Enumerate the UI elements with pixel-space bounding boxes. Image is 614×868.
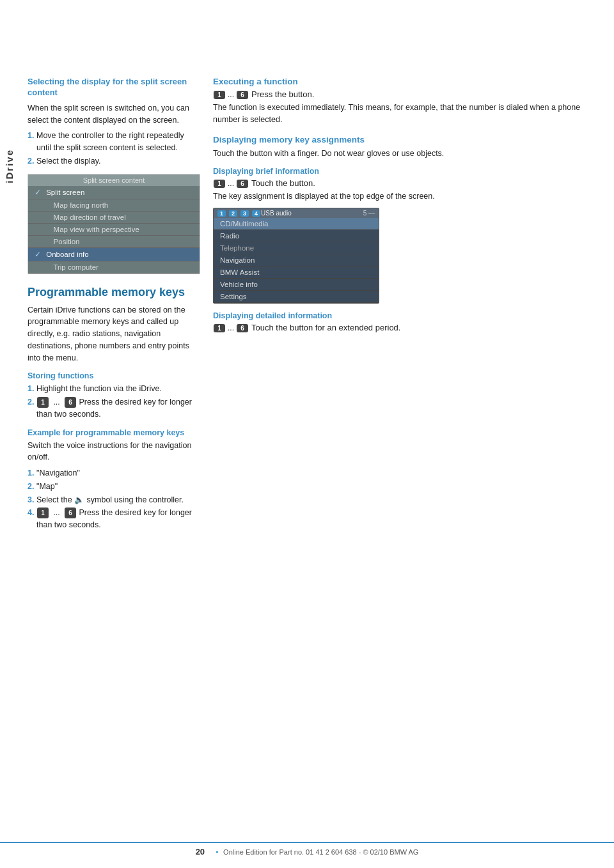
- split-screen-step-2: 2. Select the display.: [28, 155, 200, 167]
- tab-3-num: 3: [240, 210, 249, 217]
- page-container: iDrive Selecting the display for the spl…: [0, 0, 614, 868]
- side-label-text: iDrive: [4, 149, 15, 183]
- split-screen-item-6: Trip computer: [28, 261, 200, 274]
- screen-row-0: CD/Multimedia: [214, 218, 379, 230]
- split-screen-step-1: 1. Move the controller to the right repe…: [28, 130, 200, 154]
- detailed-text: Touch the button for an extended period.: [251, 323, 400, 332]
- brief-key-1: 1: [214, 180, 225, 188]
- section-detailed-info: Displaying detailed information 1 ... 6 …: [213, 311, 601, 332]
- footer-divider: [216, 851, 218, 853]
- section-split-screen: Selecting the display for the split scre…: [28, 77, 200, 274]
- brief-row: 1 ... 6 Touch the button.: [213, 178, 601, 188]
- exec-key-6: 6: [237, 91, 248, 99]
- section-memory-keys: Programmable memory keys Certain iDrive …: [28, 286, 200, 531]
- example-heading: Example for programmable memory keys: [28, 428, 200, 437]
- brief-info-heading: Displaying brief information: [213, 167, 601, 176]
- split-screen-item-3: Map view with perspective: [28, 224, 200, 236]
- memory-assignments-text: Touch the button with a finger. Do not w…: [213, 148, 601, 160]
- section-executing: Executing a function 1 ... 6 Press the b…: [213, 77, 601, 126]
- key-badge-ex-6: 6: [65, 508, 76, 518]
- key-badge-1: 1: [37, 397, 49, 408]
- example-step-3: 3. Select the 🔈 symbol using the control…: [28, 494, 200, 506]
- screen-row-5: Vehicle info: [214, 279, 379, 291]
- page-number: 20: [196, 847, 205, 856]
- split-screen-steps: 1. Move the controller to the right repe…: [28, 130, 200, 167]
- detailed-row: 1 ... 6 Touch the button for an extended…: [213, 323, 601, 332]
- screen-row-4: BMW Assist: [214, 267, 379, 279]
- brief-key-6: 6: [237, 180, 248, 188]
- example-step-2: 2. "Map": [28, 481, 200, 493]
- storing-functions-heading: Storing functions: [28, 371, 200, 380]
- memory-assignments-heading: Displaying memory key assignments: [213, 135, 601, 144]
- footer-text: Online Edition for Part no. 01 41 2 604 …: [223, 848, 418, 856]
- split-screen-item-1: Map facing north: [28, 199, 200, 212]
- screen-row-2: Telephone: [214, 242, 379, 254]
- split-screen-item-4: Position: [28, 236, 200, 248]
- brief-detail: The key assignment is displayed at the t…: [213, 190, 601, 203]
- screen-row-6: Settings: [214, 291, 379, 303]
- split-screen-heading: Selecting the display for the split scre…: [28, 77, 200, 98]
- tab-right: 5 —: [363, 210, 375, 217]
- split-screen-item-0: ✓ Split screen: [28, 186, 200, 199]
- storing-step-2: 2. 1 ... 6 Press the desired key for lon…: [28, 396, 200, 421]
- example-steps: 1. "Navigation" 2. "Map" 3. Select the 🔈…: [28, 467, 200, 531]
- example-step-4: 4. 1 ... 6 Press the desired key for lon…: [28, 507, 200, 531]
- detailed-key-1: 1: [214, 324, 225, 332]
- executing-detail: The function is executed immediately. Th…: [213, 102, 601, 126]
- tab-4-num: 4: [252, 210, 260, 217]
- executing-row: 1 ... 6 Press the button.: [213, 89, 601, 99]
- exec-key-1: 1: [214, 91, 225, 99]
- split-screen-label: Split screen content: [28, 174, 200, 186]
- screen-row-1: Radio: [214, 230, 379, 242]
- screen-simulation: 1 2 3 4 USB audio 5 —: [213, 208, 379, 304]
- split-screen-intro: When the split screen is switched on, yo…: [28, 102, 200, 127]
- content-area: Selecting the display for the split scre…: [18, 77, 614, 836]
- split-screen-item-5: ✓ Onboard info: [28, 248, 200, 261]
- key-badge-6: 6: [65, 397, 76, 408]
- split-screen-image: Split screen content ✓ Split screen Map …: [28, 174, 200, 274]
- storing-step-1: 1. Highlight the function via the iDrive…: [28, 383, 200, 395]
- detailed-info-heading: Displaying detailed information: [213, 311, 601, 320]
- memory-keys-title: Programmable memory keys: [28, 286, 200, 299]
- detailed-key-6: 6: [237, 324, 248, 332]
- side-label: iDrive: [0, 102, 18, 230]
- section-brief-info: Displaying brief information 1 ... 6 Tou…: [213, 167, 601, 304]
- section-memory-assignments: Displaying memory key assignments Touch …: [213, 135, 601, 160]
- tab-1-num: 1: [217, 210, 226, 217]
- executing-heading: Executing a function: [213, 77, 601, 86]
- split-screen-item-2: Map direction of travel: [28, 212, 200, 224]
- tab-4-text: USB audio: [261, 210, 292, 217]
- example-intro: Switch the voice instructions for the na…: [28, 440, 200, 464]
- screen-topbar: 1 2 3 4 USB audio 5 —: [214, 208, 379, 218]
- example-step-1: 1. "Navigation": [28, 467, 200, 479]
- right-column: Executing a function 1 ... 6 Press the b…: [207, 77, 614, 836]
- memory-keys-intro: Certain iDrive functions can be stored o…: [28, 304, 200, 364]
- page-footer: 20 Online Edition for Part no. 01 41 2 6…: [0, 842, 614, 856]
- storing-steps: 1. Highlight the function via the iDrive…: [28, 383, 200, 420]
- tab-2-num: 2: [229, 210, 237, 217]
- key-badge-ex-1: 1: [37, 508, 49, 518]
- brief-text: Touch the button.: [251, 178, 315, 188]
- executing-text: Press the button.: [251, 89, 314, 99]
- left-column: Selecting the display for the split scre…: [18, 77, 207, 836]
- screen-row-3: Navigation: [214, 254, 379, 267]
